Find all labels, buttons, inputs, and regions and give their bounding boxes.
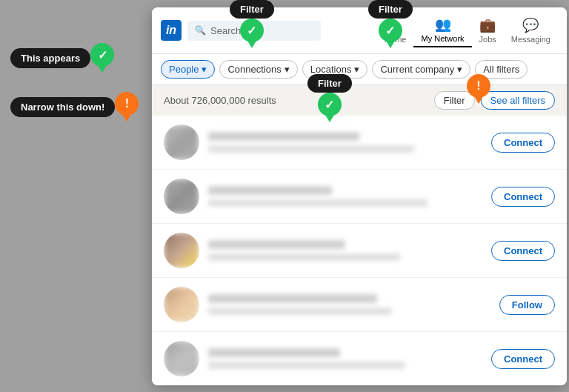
this-appears-label: This appears <box>10 48 90 68</box>
connect-button[interactable]: Connect <box>491 187 555 207</box>
people-filter-btn[interactable]: People ▾ <box>161 60 215 79</box>
results-bar: About 726,000,000 results Filter See all… <box>152 85 567 116</box>
this-appears-pin: ✓ <box>90 43 114 73</box>
avatar <box>164 287 199 322</box>
this-appears-annotation: This appears ✓ <box>10 43 114 73</box>
see-all-pin: ! <box>467 74 490 104</box>
filter-pin-left: Filter ✓ <box>230 0 274 48</box>
filter-pill-right: Filter <box>368 0 413 19</box>
chevron-down-icon: ▾ <box>202 64 207 75</box>
person-name <box>208 348 340 357</box>
linkedin-window: in 🔍 Search ⌂ Home 👥 My Network 💼 Jobs 💬… <box>152 7 567 385</box>
connect-button[interactable]: Connect <box>491 133 555 153</box>
nav-my-network[interactable]: 👥 My Network <box>413 13 471 47</box>
table-row: Follow <box>152 278 567 332</box>
filter-check-pin-right: ✓ <box>379 19 402 48</box>
table-row: Connect <box>152 224 567 278</box>
filter-check-pin-middle: ✓ <box>318 93 342 122</box>
checkmark-icon: ✓ <box>325 98 334 112</box>
filter-check-pin-left: ✓ <box>240 19 264 48</box>
person-info <box>208 132 482 153</box>
table-row: Connect <box>152 170 567 224</box>
person-name <box>208 132 359 141</box>
person-title <box>208 362 405 369</box>
see-all-orange-pin: ! <box>467 74 490 104</box>
person-title <box>208 199 427 207</box>
checkmark-icon: ✓ <box>247 24 256 38</box>
person-info <box>208 294 490 315</box>
connect-button[interactable]: Connect <box>491 241 555 261</box>
messaging-icon: 💬 <box>522 17 539 33</box>
avatar <box>164 179 199 214</box>
network-icon: 👥 <box>435 16 451 33</box>
filter-pin-middle: Filter ✓ <box>307 74 352 122</box>
people-list: Connect Connect Connect <box>152 116 567 385</box>
nav-jobs[interactable]: 💼 Jobs <box>472 14 504 47</box>
person-title <box>208 145 414 153</box>
checkmark-icon: ✓ <box>385 24 395 38</box>
person-name <box>208 240 345 249</box>
chevron-down-icon: ▾ <box>284 64 290 75</box>
exclaim-icon: ! <box>476 79 480 93</box>
person-title <box>208 308 392 315</box>
person-name <box>208 294 377 303</box>
jobs-icon: 💼 <box>479 17 496 33</box>
person-info <box>208 348 482 369</box>
filter-pin-right: Filter ✓ <box>368 0 413 48</box>
avatar <box>164 233 199 268</box>
avatar <box>164 124 199 160</box>
checkmark-icon: ✓ <box>98 48 107 62</box>
avatar <box>164 341 199 376</box>
narrow-pin: ! <box>115 92 139 122</box>
nav-messaging[interactable]: 💬 Messaging <box>504 14 558 47</box>
narrow-label: Narrow this down! <box>10 97 115 117</box>
connections-filter-btn[interactable]: Connections ▾ <box>219 60 297 79</box>
filter-bar: People ▾ Connections ▾ Locations ▾ Curre… <box>152 54 567 85</box>
filter-pill-middle: Filter <box>307 74 352 93</box>
table-row: Connect <box>152 332 567 385</box>
current-company-filter-btn[interactable]: Current company ▾ <box>372 60 470 79</box>
narrow-annotation: Narrow this down! ! <box>10 92 139 122</box>
results-count: About 726,000,000 results <box>164 95 276 106</box>
chevron-down-icon: ▾ <box>354 64 359 75</box>
person-info <box>208 186 482 207</box>
chevron-down-icon: ▾ <box>457 64 462 75</box>
person-info <box>208 240 482 261</box>
follow-button[interactable]: Follow <box>499 295 555 315</box>
table-row: Connect <box>152 116 567 170</box>
person-title <box>208 253 400 261</box>
filter-pill-left: Filter <box>230 0 274 19</box>
header: in 🔍 Search ⌂ Home 👥 My Network 💼 Jobs 💬… <box>152 7 567 54</box>
connect-button[interactable]: Connect <box>491 349 555 369</box>
person-name <box>208 186 332 195</box>
exclaim-icon: ! <box>125 97 129 110</box>
linkedin-logo: in <box>161 20 182 41</box>
search-icon: 🔍 <box>195 25 206 36</box>
see-all-filters-btn[interactable]: See all filters <box>481 91 555 110</box>
